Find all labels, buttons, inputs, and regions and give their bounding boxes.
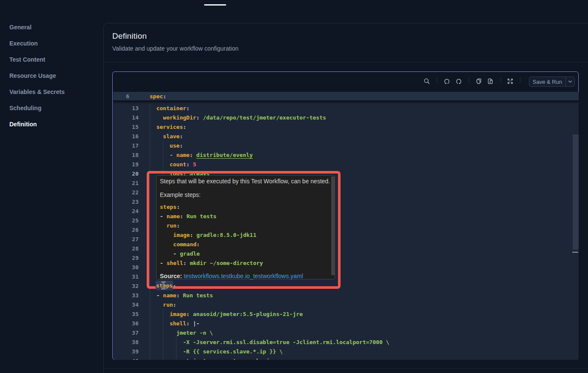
line-number: 39 xyxy=(113,347,139,356)
line-number: 26 xyxy=(113,225,139,235)
sidebar-item-resource-usage[interactable]: Resource Usage xyxy=(9,72,56,80)
header-divider xyxy=(104,62,588,62)
line-content: -R {{ services.slave.*.ip }} \ xyxy=(150,347,283,356)
tooltip-example-label: Example steps: xyxy=(160,191,201,199)
active-tab-indicator xyxy=(204,4,226,6)
code-line-15[interactable]: 15 services: xyxy=(113,122,579,132)
line-number: 40 xyxy=(113,356,139,360)
sidebar-item-scheduling[interactable]: Scheduling xyxy=(9,104,41,112)
line-content: slave: xyxy=(150,132,183,141)
overview-ruler-marker xyxy=(572,252,578,253)
toolbar-divider xyxy=(469,77,469,83)
line-number: 30 xyxy=(113,263,139,272)
line-number: 21 xyxy=(113,179,139,188)
tooltip-code-line: steps: xyxy=(160,202,180,212)
tooltip-source-line: Source: testworkflows.testkube.io_testwo… xyxy=(160,272,303,280)
line-content: container: xyxy=(150,104,190,113)
line-content: jmeter -n \ xyxy=(150,328,213,338)
line-content: image: anasoid/jmeter:5.5-plugins-21-jre xyxy=(150,310,303,319)
code-line-16[interactable]: 16 slave: xyxy=(113,132,579,141)
line-number: 32 xyxy=(113,282,139,291)
tooltip-code-line: command: xyxy=(160,240,200,249)
line-number: 17 xyxy=(113,141,139,151)
line-number: 37 xyxy=(113,328,139,338)
toolbar-divider xyxy=(500,77,501,83)
line-content: -X -Jserver.rmi.ssl.disable=true -Jclien… xyxy=(150,338,389,347)
line-content: run: xyxy=(150,300,176,310)
code-line-37[interactable]: 37 jmeter -n \ xyxy=(113,328,579,338)
code-line-17[interactable]: 17 use: xyxy=(113,141,579,151)
line-number: 22 xyxy=(113,188,139,197)
line-number: 33 xyxy=(113,291,139,300)
search-icon[interactable] xyxy=(423,78,430,85)
code-line-19[interactable]: 19 count: 5 xyxy=(113,160,579,169)
page-title: Definition xyxy=(112,31,147,41)
code-line-13[interactable]: 13 container: xyxy=(113,104,579,113)
sidebar-item-definition[interactable]: Definition xyxy=(9,120,37,128)
toolbar-divider xyxy=(520,77,520,83)
line-content: services: xyxy=(150,122,186,132)
code-line-35[interactable]: 35 image: anasoid/jmeter:5.5-plugins-21-… xyxy=(113,310,579,319)
text-cursor-pointer xyxy=(161,281,166,290)
line-number: 16 xyxy=(113,132,139,141)
line-number: 19 xyxy=(113,160,139,169)
line-number: 35 xyxy=(113,310,139,319)
undo-icon[interactable] xyxy=(443,78,450,85)
sidebar-item-execution[interactable]: Execution xyxy=(9,40,38,47)
settings-sidebar: GeneralExecutionTest ContentResource Usa… xyxy=(0,20,103,147)
tooltip-code-line: image: gradle:8.5.0-jdk11 xyxy=(160,231,256,240)
code-line-18[interactable]: 18 - name: distribute/evenly xyxy=(113,151,579,160)
sticky-scroll-line: 6spec: xyxy=(113,92,579,101)
editor-scrollbar[interactable] xyxy=(573,134,579,250)
sticky-line-number: 6 xyxy=(113,92,129,101)
line-number: 14 xyxy=(113,113,139,122)
line-number: 34 xyxy=(113,300,139,310)
line-number: 23 xyxy=(113,197,139,207)
tooltip-code-line: - shell: mkdir ~/some-directory xyxy=(160,259,263,268)
line-number: 20 xyxy=(113,169,139,179)
chevron-down-icon[interactable] xyxy=(566,78,574,85)
line-number: 38 xyxy=(113,338,139,347)
line-content: count: 5 xyxy=(150,160,196,169)
hover-tooltip: Steps that will be executed by this Test… xyxy=(156,175,335,279)
tooltip-scrollbar[interactable] xyxy=(331,177,335,275)
sticky-line-content: spec: xyxy=(150,92,166,101)
code-line-14[interactable]: 14 workingDir: /data/repo/test/jmeter/ex… xyxy=(113,113,579,122)
code-line-38[interactable]: 38 -X -Jserver.rmi.ssl.disable=true -Jcl… xyxy=(113,338,579,347)
sidebar-item-general[interactable]: General xyxy=(9,23,31,31)
line-number: 31 xyxy=(113,272,139,282)
line-number: 28 xyxy=(113,244,139,253)
line-number: 13 xyxy=(113,104,139,113)
tooltip-source-link[interactable]: testworkflows.testkube.io_testworkflows.… xyxy=(184,273,303,279)
tooltip-code-line: run: xyxy=(160,221,180,231)
page-subtitle: Validate and update your workflow config… xyxy=(112,45,239,52)
line-number: 18 xyxy=(113,151,139,160)
tooltip-code-line: - gradle xyxy=(160,249,200,259)
line-number: 29 xyxy=(113,253,139,263)
line-content: - name: Run tests xyxy=(150,291,213,300)
save-and-run-label: Save & Run xyxy=(529,79,565,85)
code-line-40[interactable]: 40 -t jmeter-executor-smoke.jmx xyxy=(113,356,579,360)
line-content: - name: distribute/evenly xyxy=(150,151,253,160)
line-number: 24 xyxy=(113,207,139,216)
line-number: 25 xyxy=(113,216,139,225)
line-content: -t jmeter-executor-smoke.jmx xyxy=(150,356,276,360)
tooltip-code-line: - name: Run tests xyxy=(160,212,216,221)
footer-divider xyxy=(104,368,588,369)
code-line-36[interactable]: 36 shell: |- xyxy=(113,319,579,328)
code-line-39[interactable]: 39 -R {{ services.slave.*.ip }} \ xyxy=(113,347,579,356)
code-line-34[interactable]: 34 run: xyxy=(113,300,579,310)
sidebar-item-test-content[interactable]: Test Content xyxy=(9,56,45,63)
sidebar-item-variables-secrets[interactable]: Variables & Secrets xyxy=(9,88,65,96)
save-and-run-button[interactable]: Save & Run xyxy=(529,77,575,87)
copy-icon[interactable] xyxy=(475,78,482,85)
line-number: 15 xyxy=(113,122,139,132)
toolbar-divider xyxy=(437,77,437,83)
code-line-33[interactable]: 33 - name: Run tests xyxy=(113,291,579,300)
line-content: use: xyxy=(150,141,183,151)
diff-icon[interactable] xyxy=(487,78,494,85)
line-content: workingDir: /data/repo/test/jmeter/execu… xyxy=(150,113,326,122)
expand-icon[interactable] xyxy=(507,78,514,85)
line-number: 36 xyxy=(113,319,139,328)
redo-icon[interactable] xyxy=(455,78,462,85)
